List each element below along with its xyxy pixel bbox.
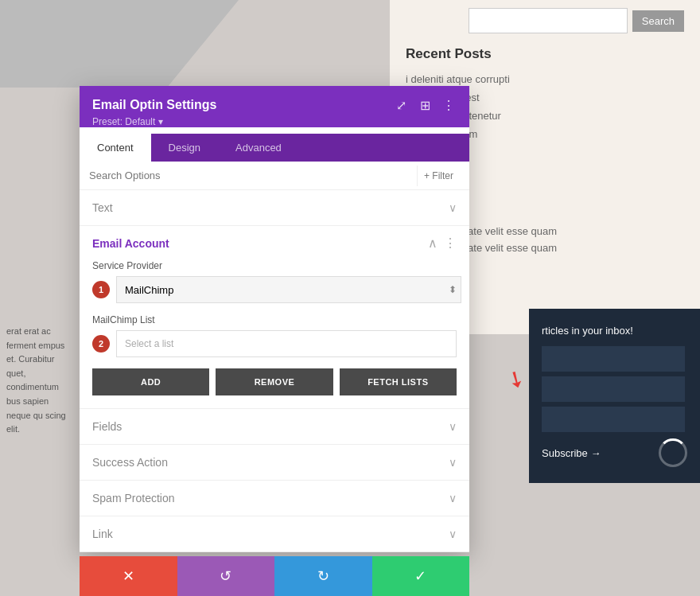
redo-button[interactable]: ↻	[274, 556, 372, 596]
success-action-header[interactable]: Success Action ∨	[80, 445, 469, 480]
provider-badge: 1	[92, 281, 110, 298]
link-section: Link ∨	[80, 516, 469, 552]
more-options-icon[interactable]: ⋮	[441, 97, 457, 113]
email-account-more-icon[interactable]: ⋮	[444, 236, 457, 251]
tab-design[interactable]: Design	[151, 134, 218, 162]
search-options-input[interactable]	[89, 162, 417, 189]
link-chevron-icon: ∨	[449, 528, 457, 540]
email-account-title: Email Account	[92, 237, 169, 250]
spam-protection-section: Spam Protection ∨	[80, 481, 469, 516]
settings-panel: Email Optin Settings ⤢ ⊞ ⋮ Preset: Defau…	[80, 86, 469, 552]
email-account-section: Email Account ∧ ⋮ Service Provider 1 Mai…	[80, 226, 469, 409]
expand-icon[interactable]: ⤢	[393, 97, 409, 113]
text-chevron-icon: ∨	[449, 201, 457, 214]
panel-header-icons: ⤢ ⊞ ⋮	[393, 97, 457, 113]
fetch-lists-button[interactable]: FETCH LISTS	[340, 368, 457, 395]
add-button[interactable]: ADD	[92, 368, 209, 395]
recent-posts-title: Recent Posts	[406, 46, 684, 62]
filter-button[interactable]: + Filter	[417, 166, 460, 186]
save-button[interactable]: ✓	[372, 556, 470, 596]
email-account-header-icons: ∧ ⋮	[428, 236, 457, 251]
link-section-header[interactable]: Link ∨	[80, 516, 469, 551]
success-action-label: Success Action	[92, 456, 168, 469]
subscribe-field-1	[542, 346, 685, 372]
text-section-label: Text	[92, 201, 113, 214]
list-field-row: 2 Select a list	[92, 330, 457, 357]
cancel-button[interactable]: ✕	[80, 556, 177, 596]
background-left-text: erat erat ac ferment empus et. Curabitur…	[0, 318, 80, 443]
fields-section-header[interactable]: Fields ∨	[80, 409, 469, 444]
remove-button[interactable]: REMOVE	[216, 368, 332, 395]
panel-title: Email Optin Settings	[92, 98, 216, 112]
search-input-bg	[469, 8, 628, 33]
subscribe-widget: rticles in your inbox! Subscribe →	[529, 309, 700, 483]
columns-icon[interactable]: ⊞	[417, 97, 433, 113]
action-buttons-row: ADD REMOVE FETCH LISTS	[92, 368, 457, 395]
spam-chevron-icon: ∨	[449, 492, 457, 504]
red-arrow-indicator: ➘	[501, 363, 530, 395]
panel-tabs: Content Design Advanced	[80, 134, 469, 162]
email-account-content: Service Provider 1 MailChimp ⬍ MailChimp…	[80, 260, 469, 408]
text-section-header[interactable]: Text ∨	[80, 190, 469, 225]
panel-header: Email Optin Settings ⤢ ⊞ ⋮ Preset: Defau…	[80, 86, 469, 127]
bottom-toolbar: ✕ ↺ ↻ ✓	[80, 556, 469, 596]
background-shape	[0, 0, 239, 88]
search-button[interactable]: Search	[632, 10, 684, 32]
subscribe-btn-row: Subscribe →	[542, 438, 687, 467]
search-filter-row: + Filter	[80, 162, 469, 190]
subscribe-title: rticles in your inbox!	[542, 325, 687, 337]
subscribe-button[interactable]: Subscribe →	[542, 447, 601, 459]
service-provider-label: Service Provider	[92, 260, 457, 271]
email-account-header[interactable]: Email Account ∧ ⋮	[80, 226, 469, 260]
preset-selector[interactable]: Preset: Default ▾	[92, 116, 457, 127]
subscribe-field-3	[542, 407, 685, 432]
tab-advanced[interactable]: Advanced	[218, 134, 299, 162]
spam-protection-header[interactable]: Spam Protection ∨	[80, 481, 469, 516]
undo-button[interactable]: ↺	[177, 556, 275, 596]
provider-field-row: 1 MailChimp ⬍	[92, 276, 457, 303]
fields-section: Fields ∨	[80, 409, 469, 445]
list-badge: 2	[92, 335, 110, 353]
list-select[interactable]: Select a list	[116, 330, 457, 357]
fields-section-label: Fields	[92, 420, 122, 433]
mailchimp-list-label: MailChimp List	[92, 314, 457, 325]
subscribe-field-2	[542, 376, 685, 402]
link-section-label: Link	[92, 528, 113, 540]
spam-protection-label: Spam Protection	[92, 492, 175, 504]
panel-title-row: Email Optin Settings ⤢ ⊞ ⋮	[92, 97, 457, 113]
success-action-section: Success Action ∨	[80, 445, 469, 481]
success-chevron-icon: ∨	[449, 456, 457, 469]
tab-content[interactable]: Content	[80, 134, 151, 162]
email-account-collapse-icon: ∧	[428, 236, 438, 251]
subscribe-spinner	[659, 438, 687, 467]
search-area: Search	[469, 8, 684, 33]
fields-chevron-icon: ∨	[449, 420, 457, 433]
provider-select[interactable]: MailChimp	[116, 276, 461, 303]
text-section: Text ∨	[80, 190, 469, 226]
